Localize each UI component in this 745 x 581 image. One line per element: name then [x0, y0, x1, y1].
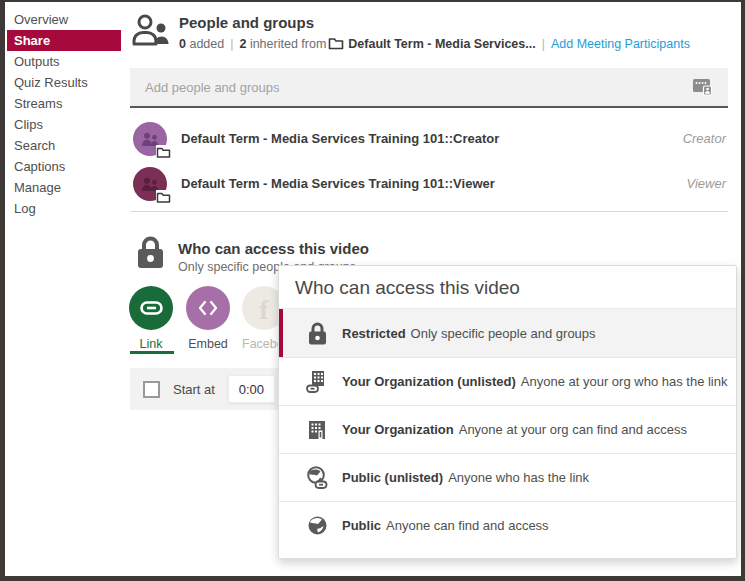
tab-link[interactable]: Link: [129, 286, 173, 351]
inherited-label: inherited from: [250, 37, 326, 51]
folder-badge-icon: [156, 190, 171, 203]
sidebar-item-clips[interactable]: Clips: [7, 114, 121, 135]
embed-code-icon: [186, 286, 230, 330]
organization-icon: [304, 419, 330, 441]
option-name: Restricted: [342, 326, 406, 341]
sidebar-item-outputs[interactable]: Outputs: [7, 51, 121, 72]
access-option-public-unlisted[interactable]: Public (unlisted)Anyone who has the link: [279, 453, 736, 501]
added-count: 0: [179, 37, 186, 51]
add-people-input[interactable]: [130, 80, 690, 95]
link-icon: [129, 286, 173, 330]
add-meeting-participants-link[interactable]: Add Meeting Participants: [551, 37, 690, 51]
divider: [130, 211, 728, 212]
group-name: Default Term - Media Services Training 1…: [181, 131, 683, 146]
group-avatar: [133, 167, 167, 201]
inherited-source: Default Term - Media Services...: [348, 37, 535, 51]
access-dialog-title: Who can access this video: [279, 266, 736, 309]
tab-link-label: Link: [129, 337, 173, 351]
active-tab-underline: [130, 351, 174, 354]
sidebar-item-streams[interactable]: Streams: [7, 93, 121, 114]
access-option-org[interactable]: Your OrganizationAnyone at your org can …: [279, 405, 736, 453]
tab-embed[interactable]: Embed: [186, 286, 230, 351]
group-row-viewer[interactable]: Default Term - Media Services Training 1…: [130, 161, 728, 206]
group-name: Default Term - Media Services Training 1…: [181, 176, 686, 191]
dialog-footer: [279, 549, 736, 558]
tab-embed-label: Embed: [186, 337, 230, 351]
share-panel: Overview Share Outputs Quiz Results Stre…: [0, 0, 745, 581]
folder-badge-icon: [156, 145, 171, 158]
organization-link-icon: [304, 370, 330, 394]
address-book-icon[interactable]: [690, 75, 716, 99]
group-role: Creator: [683, 131, 726, 146]
option-description: Anyone can find and access: [386, 518, 549, 533]
group-role: Viewer: [686, 176, 726, 191]
globe-link-icon: [304, 466, 330, 490]
inherited-count: 2: [239, 37, 246, 51]
start-at-time-field[interactable]: 0:00: [228, 375, 275, 403]
option-name: Your Organization: [342, 422, 454, 437]
group-row-creator[interactable]: Default Term - Media Services Training 1…: [130, 116, 728, 161]
sidebar-item-captions[interactable]: Captions: [7, 156, 121, 177]
group-avatar: [133, 122, 167, 156]
sidebar-item-quiz-results[interactable]: Quiz Results: [7, 72, 121, 93]
sidebar-item-share[interactable]: Share: [7, 30, 121, 51]
add-people-search-box: [130, 68, 728, 108]
added-label: added: [189, 37, 224, 51]
lock-icon: [135, 234, 166, 274]
access-option-public[interactable]: PublicAnyone can find and access: [279, 501, 736, 549]
option-description: Anyone at your org can find and access: [459, 422, 687, 437]
option-name: Public (unlisted): [342, 470, 443, 485]
sidebar: Overview Share Outputs Quiz Results Stre…: [5, 9, 130, 219]
sidebar-item-log[interactable]: Log: [7, 198, 121, 219]
option-name: Your Organization (unlisted): [342, 374, 516, 389]
sidebar-item-overview[interactable]: Overview: [7, 9, 121, 30]
inherited-groups-list: Default Term - Media Services Training 1…: [130, 116, 728, 206]
option-description: Anyone at your org who has the link: [521, 374, 728, 389]
people-and-groups-title: People and groups: [179, 14, 314, 31]
option-description: Anyone who has the link: [448, 470, 589, 485]
globe-icon: [304, 515, 330, 536]
start-at-checkbox[interactable]: [143, 381, 160, 398]
option-description: Only specific people and groups: [411, 326, 596, 341]
access-option-restricted[interactable]: RestrictedOnly specific people and group…: [279, 309, 736, 357]
option-name: Public: [342, 518, 381, 533]
lock-icon: [304, 321, 330, 346]
access-option-org-unlisted[interactable]: Your Organization (unlisted)Anyone at yo…: [279, 357, 736, 405]
people-and-groups-meta: 0 added|2 inherited fromDefault Term - M…: [179, 37, 690, 53]
folder-icon: [328, 39, 344, 53]
access-dialog: Who can access this video RestrictedOnly…: [278, 265, 737, 559]
start-at-label: Start at: [173, 382, 215, 397]
access-section-title: Who can access this video: [178, 240, 369, 257]
people-and-groups-icon: [131, 13, 169, 53]
sidebar-item-manage[interactable]: Manage: [7, 177, 121, 198]
sidebar-item-search[interactable]: Search: [7, 135, 121, 156]
